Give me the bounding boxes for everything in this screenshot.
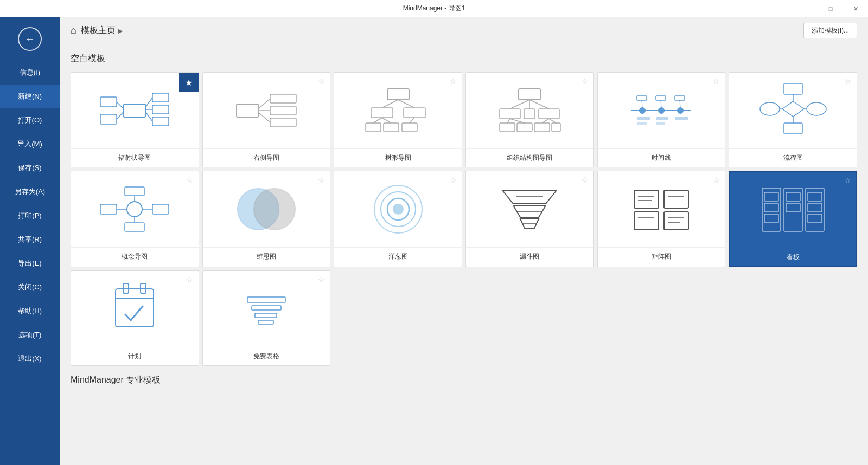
svg-line-15 [258, 99, 270, 109]
add-template-button[interactable]: 添加模板(I)... [803, 23, 857, 38]
svg-rect-22 [384, 123, 399, 132]
template-preview-freetable [203, 271, 330, 347]
sidebar-item-info[interactable]: 信息(I) [0, 61, 60, 85]
svg-rect-72 [125, 223, 144, 231]
template-label-flow: 流程图 [729, 148, 857, 167]
svg-rect-58 [675, 117, 688, 120]
minimize-button[interactable]: ─ [793, 0, 818, 17]
template-card-org[interactable]: ☆ [465, 72, 594, 167]
template-card-radiate[interactable]: ★ [71, 72, 199, 167]
template-card-timeline[interactable]: ☆ [597, 72, 726, 167]
fav-icon-concept[interactable]: ☆ [184, 175, 195, 185]
template-card-funnel[interactable]: ☆ 漏斗图 [465, 171, 594, 267]
template-preview-concept [71, 171, 199, 247]
svg-rect-18 [387, 89, 409, 100]
svg-rect-48 [637, 96, 647, 100]
svg-point-78 [254, 189, 295, 230]
fav-icon-freetable[interactable]: ☆ [316, 274, 327, 285]
fav-icon-tree[interactable]: ☆ [448, 76, 458, 87]
fav-icon-plan[interactable]: ☆ [184, 274, 195, 285]
fav-icon-right[interactable]: ☆ [316, 76, 327, 87]
main-layout: ← 信息(I) 新建(N) 打开(O) 导入(M) 保存(S) 另存为(A) 打… [0, 17, 868, 465]
template-preview-plan [71, 271, 199, 347]
svg-rect-13 [270, 106, 296, 115]
back-button[interactable]: ← [0, 17, 60, 61]
sidebar-item-export[interactable]: 导出(E) [0, 251, 60, 275]
svg-rect-114 [247, 297, 285, 302]
svg-rect-31 [524, 109, 535, 119]
back-circle-icon: ← [18, 27, 42, 51]
fav-icon-flow[interactable]: ☆ [843, 76, 853, 87]
template-label-concept: 概念导图 [71, 247, 199, 266]
svg-line-7 [117, 112, 124, 119]
svg-point-82 [393, 204, 404, 215]
fav-icon-org[interactable]: ☆ [579, 76, 590, 87]
template-card-onion[interactable]: ☆ 洋葱图 [334, 171, 462, 267]
svg-rect-116 [255, 313, 277, 318]
sidebar-item-share[interactable]: 共享(R) [0, 228, 60, 251]
sidebar-item-options[interactable]: 选项(T) [0, 323, 60, 347]
svg-rect-105 [786, 192, 800, 201]
template-card-right[interactable]: ☆ 右侧导图 [202, 72, 331, 167]
fav-icon-kanban[interactable]: ☆ [842, 175, 853, 186]
maximize-button[interactable]: □ [818, 0, 843, 17]
svg-rect-20 [404, 108, 425, 118]
svg-rect-110 [116, 289, 154, 327]
close-button[interactable]: ✕ [843, 0, 868, 17]
template-card-flow[interactable]: ☆ [729, 72, 857, 167]
svg-line-37 [510, 100, 529, 109]
svg-rect-30 [500, 109, 520, 119]
template-card-kanban[interactable]: ☆ [729, 171, 857, 267]
svg-rect-57 [656, 122, 665, 125]
fav-icon-funnel[interactable]: ☆ [579, 175, 590, 185]
svg-rect-35 [534, 123, 550, 132]
sidebar-item-new[interactable]: 新建(N) [0, 85, 60, 108]
star-icon: ★ [179, 73, 199, 92]
svg-point-47 [677, 107, 684, 114]
template-card-tree[interactable]: ☆ [334, 72, 462, 167]
titlebar-controls: ─ □ ✕ [793, 0, 868, 17]
template-label-onion: 洋葱图 [334, 247, 462, 266]
svg-rect-21 [366, 123, 381, 132]
sidebar-item-help[interactable]: 帮助(H) [0, 299, 60, 323]
svg-rect-117 [258, 320, 273, 324]
template-card-plan[interactable]: ☆ 计划 [71, 270, 199, 366]
svg-rect-90 [664, 190, 688, 208]
svg-rect-14 [270, 118, 296, 127]
template-card-freetable[interactable]: ☆ 免费表格 [202, 270, 331, 366]
template-grid: ★ [71, 72, 857, 366]
svg-point-45 [639, 107, 646, 114]
sidebar-item-close[interactable]: 关闭(C) [0, 275, 60, 299]
scroll-content[interactable]: 空白模板 ★ [60, 44, 868, 465]
svg-rect-101 [806, 188, 824, 231]
sidebar-item-save[interactable]: 保存(S) [0, 156, 60, 180]
sidebar-item-print[interactable]: 打印(P) [0, 204, 60, 228]
svg-rect-23 [402, 123, 417, 132]
sidebar-item-import[interactable]: 导入(M) [0, 132, 60, 156]
svg-rect-50 [675, 96, 685, 100]
sidebar-item-saveas[interactable]: 另存为(A) [0, 180, 60, 204]
svg-rect-106 [786, 203, 800, 212]
fav-icon-matrix[interactable]: ☆ [711, 175, 722, 185]
svg-rect-49 [656, 96, 666, 100]
sidebar-item-open[interactable]: 打开(O) [0, 108, 60, 132]
template-preview-org [466, 73, 593, 148]
template-card-concept[interactable]: ☆ [71, 171, 199, 267]
content-area: ⌂ 模板主页 ▶ 添加模板(I)... 空白模板 ★ [60, 17, 868, 465]
svg-rect-109 [808, 214, 822, 223]
sidebar-item-exit[interactable]: 退出(X) [0, 347, 60, 371]
template-label-tree: 树形导图 [334, 148, 462, 167]
fav-icon-timeline[interactable]: ☆ [711, 76, 722, 87]
svg-rect-0 [124, 104, 145, 117]
fav-icon-venn[interactable]: ☆ [316, 175, 327, 185]
fav-icon-onion[interactable]: ☆ [448, 175, 458, 185]
svg-rect-29 [519, 89, 540, 100]
template-label-freetable: 免费表格 [203, 347, 330, 365]
template-card-matrix[interactable]: ☆ [597, 171, 726, 267]
svg-line-24 [382, 100, 398, 108]
svg-rect-36 [552, 123, 560, 132]
template-card-venn[interactable]: ☆ 维恩图 [202, 171, 331, 267]
svg-rect-63 [784, 123, 802, 134]
template-label-kanban: 看板 [730, 248, 856, 266]
svg-line-42 [542, 119, 549, 123]
